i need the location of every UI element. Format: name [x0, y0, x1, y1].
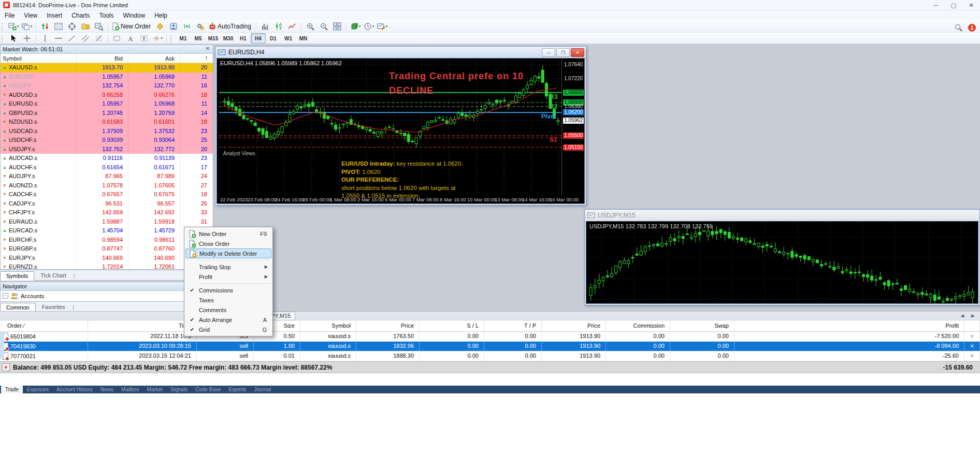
chart-close-button[interactable]: ✕: [571, 48, 584, 57]
tree-collapse-icon[interactable]: −: [3, 293, 8, 299]
terminal-tab-signals[interactable]: Signals: [167, 386, 191, 393]
chart-usdjpy-body[interactable]: USDJPY,M15 132.783 132.799 132.708 132.7…: [586, 221, 978, 304]
new-chart-icon[interactable]: ▾: [7, 21, 20, 32]
market-watch-row[interactable]: ▲EURCAD.s1.457041.45729: [1, 226, 213, 236]
market-watch-row[interactable]: ▼AUDUSD.s0.662580.6627618: [1, 91, 213, 100]
candlestick-icon[interactable]: [272, 21, 285, 32]
terminal-scrollbar[interactable]: [0, 331, 4, 359]
terminal-tab-market[interactable]: Market: [143, 386, 167, 393]
market-watch-row[interactable]: ▲GBPUSD.s1.207451.2075914: [1, 109, 213, 118]
profiles-icon[interactable]: ▾: [20, 21, 34, 32]
orders-column-time[interactable]: Time: [88, 320, 197, 331]
new-order-button[interactable]: New Order: [110, 21, 153, 32]
menu-window[interactable]: Window: [119, 11, 150, 20]
market-watch-row[interactable]: ▲AUDCHF.s0.616540.6167117: [1, 163, 213, 172]
tile-windows-icon[interactable]: [330, 21, 344, 32]
market-watch-row[interactable]: ▲USDCHF.s0.930390.9306425: [1, 136, 213, 145]
zoom-out-icon[interactable]: [317, 21, 330, 32]
market-watch-row[interactable]: ▼AUDJPY.s87.96587.98924: [1, 172, 213, 181]
text-icon[interactable]: A: [124, 33, 137, 44]
market-watch-row[interactable]: ▲EURUSD.s1.059571.0596811: [1, 99, 213, 109]
terminal-tab-news[interactable]: News: [97, 386, 117, 393]
tab-scroll-right-icon[interactable]: ▶: [971, 313, 975, 318]
market-watch-icon[interactable]: [38, 21, 52, 32]
close-button[interactable]: ✕: [962, 0, 980, 10]
chart-minimize-button[interactable]: ─: [542, 48, 555, 57]
chart-eurusd-body[interactable]: EURUSD,H4 1.05896 1.05989 1.05862 1.0596…: [217, 58, 585, 204]
chart-eurusd-titlebar[interactable]: EURUSD,H4 ─ ❐ ✕: [215, 47, 586, 58]
tab-tick-chart[interactable]: Tick Chart: [34, 271, 73, 280]
menu-item-taxes[interactable]: Taxes: [185, 295, 271, 305]
orders-column-sl[interactable]: S / L: [420, 320, 484, 331]
timeframe-m5[interactable]: M5: [191, 33, 206, 43]
market-watch-row[interactable]: ▼EURGBP.s0.877470.87760: [1, 244, 213, 254]
menu-item-comments[interactable]: Comments: [185, 305, 271, 315]
chart-restore-button[interactable]: ❐: [556, 48, 570, 57]
menu-insert[interactable]: Insert: [42, 11, 67, 20]
market-watch-row[interactable]: ▲XAUUSD.s1913.701913.9020: [1, 63, 213, 72]
orders-column-swap[interactable]: Swap: [670, 320, 734, 331]
market-watch-row[interactable]: ▼EURAUD.s1.598871.5991831: [1, 217, 213, 227]
chart-usdjpy-titlebar[interactable]: USDJPY,M15: [585, 210, 979, 221]
signals-icon[interactable]: [180, 21, 194, 32]
zoom-in-icon[interactable]: [304, 21, 317, 32]
timeframe-m1[interactable]: M1: [176, 33, 191, 43]
close-position-icon[interactable]: ✕: [964, 332, 980, 341]
menu-item-grid[interactable]: ✔GridG: [185, 325, 271, 334]
metaeditor-icon[interactable]: [153, 21, 167, 32]
order-row[interactable]: 650198042022.11.18 10:3sell0.50xauusd.s1…: [0, 332, 980, 342]
data-window-icon[interactable]: [52, 21, 65, 32]
terminal-tab-experts[interactable]: Experts: [225, 386, 250, 393]
crosshair-tool-icon[interactable]: [20, 33, 34, 44]
trendline-icon[interactable]: [65, 33, 79, 44]
market-watch-row[interactable]: ▲USDJPY.s132.752132.77220: [1, 145, 213, 154]
menu-item-commissions[interactable]: ✔Commissions: [185, 285, 271, 295]
timeframe-h4[interactable]: H4: [251, 33, 266, 43]
timeframe-mn[interactable]: MN: [296, 33, 311, 43]
minimize-button[interactable]: ─: [927, 0, 945, 10]
notification-badge[interactable]: 1: [968, 24, 976, 32]
label-icon[interactable]: T: [137, 33, 151, 44]
menu-charts[interactable]: Charts: [67, 11, 94, 20]
terminal-tab-mailbox[interactable]: Mailbox: [118, 386, 142, 393]
market-watch-column-ask[interactable]: Ask: [128, 54, 180, 63]
indicators-icon[interactable]: ▾: [349, 21, 362, 32]
menu-item-auto-arrange[interactable]: ✔Auto ArrangeA: [185, 315, 271, 325]
market-watch-row[interactable]: ▼AUDNZD.s1.075781.0760527: [1, 181, 213, 190]
tab-favorites[interactable]: Favorites: [36, 302, 71, 312]
menu-item-modify-or-delete-order[interactable]: Modify or Delete Order: [185, 248, 271, 258]
close-position-icon[interactable]: ✕: [964, 342, 980, 351]
timeframe-w1[interactable]: W1: [281, 33, 296, 43]
market-watch-row[interactable]: ▼EURCHF.s0.985940.98611: [1, 236, 213, 245]
menu-item-new-order[interactable]: New OrderF9: [185, 229, 271, 239]
timeframe-d1[interactable]: D1: [266, 33, 281, 43]
bar-chart-icon[interactable]: [258, 21, 272, 32]
market-watch-row[interactable]: ▲EURUSD1.059571.0596811: [1, 72, 213, 82]
hline-icon[interactable]: [52, 33, 65, 44]
tab-symbols[interactable]: Symbols: [0, 271, 34, 281]
timeframe-h1[interactable]: H1: [236, 33, 251, 43]
orders-column-profit[interactable]: Profit: [734, 320, 964, 331]
terminal-tab-exposure[interactable]: Exposure: [23, 386, 52, 393]
terminal-tab-journal[interactable]: Journal: [250, 386, 275, 393]
vline-icon[interactable]: [38, 33, 52, 44]
timeframe-m15[interactable]: M15: [206, 33, 221, 43]
market-watch-row[interactable]: ▼CADJPY.s96.53196.55726: [1, 199, 213, 209]
market-watch-row[interactable]: ▼NZDUSD.s0.615830.6160118: [1, 118, 213, 127]
market-watch-row[interactable]: ▲USDCAD.s1.375091.3753223: [1, 127, 213, 136]
market-watch-row[interactable]: ▼EURJPY.s140.669140.690: [1, 254, 213, 263]
channel-icon[interactable]: [79, 33, 92, 44]
terminal-tab-trade[interactable]: Trade: [1, 386, 23, 393]
menu-file[interactable]: File: [0, 11, 19, 20]
order-row[interactable]: 707700212023.03.15 12:04:21sell0.01xauus…: [0, 351, 980, 361]
close-position-icon[interactable]: ✕: [964, 351, 980, 361]
periods-icon[interactable]: ▾: [362, 21, 376, 32]
market-watch-row[interactable]: ▼CADCHF.s0.676570.6767518: [1, 190, 213, 199]
strategy-tester-icon[interactable]: [92, 21, 106, 32]
market-watch-row[interactable]: ▼CHFJPY.s142.659142.69233: [1, 208, 213, 217]
menu-view[interactable]: View: [19, 11, 42, 20]
fibonacci-icon[interactable]: [92, 33, 106, 44]
maximize-button[interactable]: ▢: [945, 0, 962, 10]
terminal-tab-account-history[interactable]: Account History: [53, 386, 96, 393]
tab-scroll-left-icon[interactable]: ◀: [960, 313, 964, 318]
